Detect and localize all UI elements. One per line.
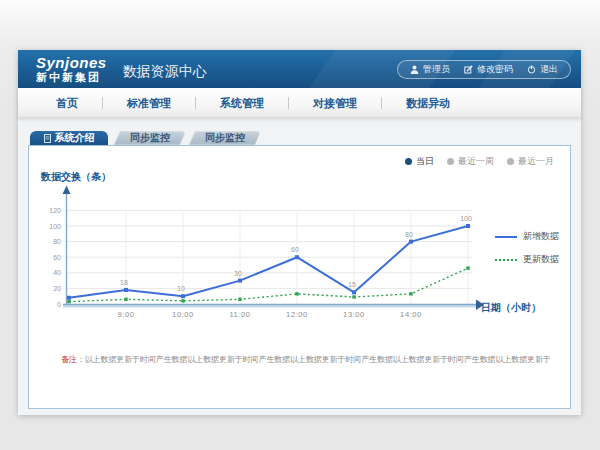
nav-item-3[interactable]: 系统管理 bbox=[195, 97, 288, 109]
logout-label: 退出 bbox=[540, 63, 558, 76]
svg-text:10:00: 10:00 bbox=[172, 310, 194, 319]
logout-button[interactable]: 退出 bbox=[527, 63, 558, 76]
nav-item-label: 数据异动 bbox=[406, 97, 450, 109]
svg-text:30: 30 bbox=[234, 270, 242, 277]
nav: 首页标准管理系统管理对接管理数据异动 bbox=[18, 88, 581, 118]
nav-item-1[interactable]: 首页 bbox=[32, 97, 102, 109]
tab-2[interactable]: 同步监控 bbox=[117, 131, 183, 145]
radio-option-2[interactable]: 最近一周 bbox=[447, 155, 494, 168]
document-icon bbox=[44, 134, 51, 143]
radio-dot-icon bbox=[447, 158, 454, 165]
nav-item-label: 标准管理 bbox=[127, 97, 171, 109]
desktop-background: Synjones 新中新集团 数据资源中心 管理员 修改密 bbox=[0, 0, 600, 450]
chart-panel: 当日最近一周最近一月 数据交换（条） 0204060801001209:0010… bbox=[28, 145, 571, 409]
tab-1[interactable]: 系统介绍 bbox=[30, 131, 108, 145]
app-window: Synjones 新中新集团 数据资源中心 管理员 修改密 bbox=[18, 50, 581, 415]
radio-label: 最近一月 bbox=[518, 155, 554, 168]
user-menu: 管理员 修改密码 退出 bbox=[397, 60, 571, 79]
change-password-label: 修改密码 bbox=[477, 63, 513, 76]
svg-text:0: 0 bbox=[57, 301, 61, 308]
legend-swatch-icon bbox=[495, 259, 517, 261]
legend-item-1: 新增数据 bbox=[495, 230, 559, 243]
admin-user-button[interactable]: 管理员 bbox=[410, 63, 450, 76]
content-area: 系统介绍同步监控同步监控 当日最近一周最近一月 数据交换（条） 02040608… bbox=[18, 118, 581, 415]
svg-text:60: 60 bbox=[291, 246, 299, 253]
y-axis-title: 数据交换（条） bbox=[41, 170, 111, 184]
radio-option-1[interactable]: 当日 bbox=[405, 155, 434, 168]
svg-text:12:00: 12:00 bbox=[286, 310, 308, 319]
svg-text:60: 60 bbox=[53, 254, 61, 261]
edit-icon bbox=[464, 65, 473, 74]
tab-label: 同步监控 bbox=[130, 132, 170, 143]
page-title: 数据资源中心 bbox=[123, 63, 207, 81]
tab-label: 系统介绍 bbox=[55, 131, 95, 145]
brand-logo-en: Synjones bbox=[36, 55, 107, 70]
svg-text:14:00: 14:00 bbox=[400, 310, 422, 319]
radio-option-3[interactable]: 最近一月 bbox=[507, 155, 554, 168]
legend-item-2: 更新数据 bbox=[495, 253, 559, 266]
power-icon bbox=[527, 65, 536, 74]
brand-logo-cn: 新中新集团 bbox=[36, 72, 107, 83]
tab-bar: 系统介绍同步监控同步监控 bbox=[30, 131, 581, 145]
svg-text:15: 15 bbox=[348, 281, 356, 288]
legend-swatch-icon bbox=[495, 236, 517, 238]
nav-item-label: 对接管理 bbox=[313, 97, 357, 109]
svg-text:10: 10 bbox=[177, 285, 185, 292]
footer-note-text: ：以上数据更新于时间产生数据以上数据更新于时间产生数据以上数据更新于时间产生数据… bbox=[77, 355, 551, 364]
svg-text:80: 80 bbox=[405, 231, 413, 238]
legend-label: 更新数据 bbox=[523, 253, 559, 266]
nav-item-4[interactable]: 对接管理 bbox=[288, 97, 381, 109]
nav-item-label: 首页 bbox=[56, 97, 78, 109]
footer-note-label: 备注 bbox=[61, 355, 77, 364]
range-radio-group: 当日最近一周最近一月 bbox=[405, 155, 554, 168]
svg-text:18: 18 bbox=[120, 279, 128, 286]
svg-text:100: 100 bbox=[460, 215, 472, 222]
radio-label: 当日 bbox=[416, 155, 434, 168]
svg-text:120: 120 bbox=[49, 207, 61, 214]
radio-dot-icon bbox=[405, 158, 412, 165]
user-icon bbox=[410, 65, 419, 74]
svg-text:40: 40 bbox=[53, 269, 61, 276]
change-password-button[interactable]: 修改密码 bbox=[464, 63, 513, 76]
svg-text:13:00: 13:00 bbox=[343, 310, 365, 319]
svg-text:9:00: 9:00 bbox=[118, 310, 135, 319]
svg-text:20: 20 bbox=[53, 285, 61, 292]
svg-text:11:00: 11:00 bbox=[229, 310, 250, 319]
footer-note: 备注：以上数据更新于时间产生数据以上数据更新于时间产生数据以上数据更新于时间产生… bbox=[61, 354, 551, 365]
app-header: Synjones 新中新集团 数据资源中心 管理员 修改密 bbox=[18, 50, 581, 88]
radio-dot-icon bbox=[507, 158, 514, 165]
svg-text:日期（小时）: 日期（小时） bbox=[481, 302, 541, 313]
radio-label: 最近一周 bbox=[458, 155, 494, 168]
chart-legend: 新增数据更新数据 bbox=[495, 230, 559, 276]
legend-label: 新增数据 bbox=[523, 230, 559, 243]
tab-label: 同步监控 bbox=[205, 132, 245, 143]
nav-item-2[interactable]: 标准管理 bbox=[102, 97, 195, 109]
nav-item-5[interactable]: 数据异动 bbox=[381, 97, 474, 109]
brand-logo: Synjones 新中新集团 bbox=[36, 55, 107, 83]
line-chart: 0204060801001209:0010:0011:0012:0013:001… bbox=[35, 184, 571, 334]
nav-item-label: 系统管理 bbox=[220, 97, 264, 109]
admin-user-label: 管理员 bbox=[423, 63, 450, 76]
tab-3[interactable]: 同步监控 bbox=[192, 131, 258, 145]
svg-text:80: 80 bbox=[53, 238, 61, 245]
svg-text:100: 100 bbox=[49, 223, 61, 230]
